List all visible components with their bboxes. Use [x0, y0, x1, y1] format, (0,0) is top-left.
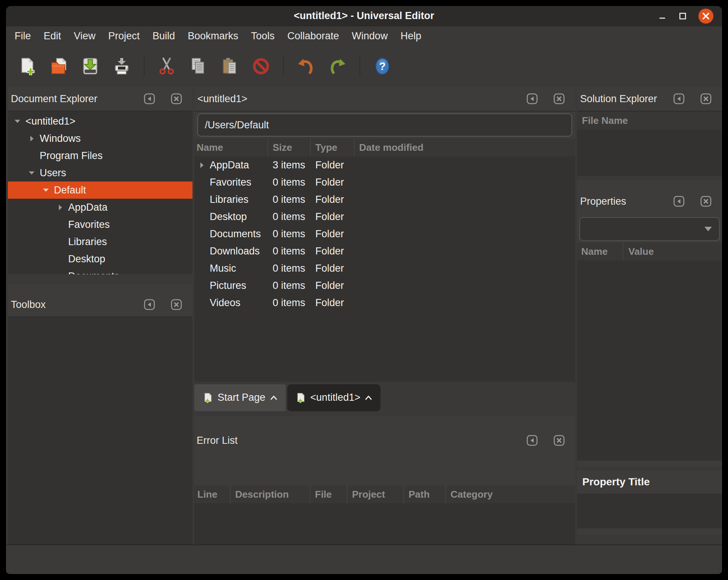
- undo-button[interactable]: [297, 57, 315, 76]
- close-panel-button[interactable]: [171, 299, 182, 310]
- tree-item-label: Desktop: [68, 253, 105, 265]
- file-name-cell: Libraries: [210, 194, 249, 205]
- file-row-favorites[interactable]: Favorites 0 items Folder: [194, 174, 575, 191]
- column-header-path[interactable]: Path: [404, 485, 446, 503]
- titlebar[interactable]: <untitled1> - Universal Editor: [6, 6, 722, 26]
- menu-project[interactable]: Project: [102, 30, 146, 42]
- collapse-left-icon: [144, 93, 155, 104]
- column-header-file[interactable]: File: [310, 485, 348, 503]
- chevron-expanded-icon[interactable]: [41, 185, 51, 195]
- close-panel-button[interactable]: [171, 93, 182, 104]
- cut-button[interactable]: [157, 57, 176, 76]
- maximize-button[interactable]: [678, 11, 688, 21]
- tree-item-users[interactable]: Users: [8, 164, 192, 181]
- close-panel-button[interactable]: [553, 435, 565, 446]
- column-header-project[interactable]: Project: [348, 485, 404, 503]
- column-header-size[interactable]: Size: [268, 138, 311, 156]
- chevron-collapsed-icon[interactable]: [55, 202, 65, 212]
- close-panel-button[interactable]: [700, 93, 712, 104]
- open-button[interactable]: [49, 57, 68, 76]
- menu-edit[interactable]: Edit: [37, 30, 68, 42]
- collapse-panel-button[interactable]: [144, 93, 155, 104]
- copy-button[interactable]: [189, 57, 207, 76]
- file-row-documents[interactable]: Documents 0 items Folder: [194, 225, 575, 242]
- chevron-expanded-icon[interactable]: [27, 168, 36, 178]
- column-header-file-name[interactable]: File Name: [577, 112, 722, 129]
- file-type-cell: Folder: [311, 263, 355, 274]
- tree-item-favorites[interactable]: Favorites: [8, 216, 192, 233]
- properties-panel: Properties: [577, 180, 722, 467]
- tree-item-documents[interactable]: Documents: [8, 268, 192, 274]
- file-row-libraries[interactable]: Libraries 0 items Folder: [194, 191, 575, 208]
- chevron-up-icon[interactable]: [365, 395, 372, 400]
- chevron-up-icon[interactable]: [270, 395, 277, 400]
- column-header-date-modified[interactable]: Date modified: [355, 138, 575, 156]
- file-name-cell: AppData: [210, 159, 249, 171]
- file-row-downloads[interactable]: Downloads 0 items Folder: [194, 242, 575, 260]
- panel-footer: [577, 461, 722, 467]
- menu-build[interactable]: Build: [146, 30, 181, 42]
- menu-view[interactable]: View: [67, 30, 102, 42]
- solution-explorer-content: [577, 129, 722, 176]
- file-row-music[interactable]: Music 0 items Folder: [194, 260, 575, 277]
- stop-icon: [252, 57, 270, 75]
- file-row-videos[interactable]: Videos 0 items Folder: [194, 294, 575, 311]
- close-panel-button[interactable]: [700, 196, 712, 207]
- column-header-type[interactable]: Type: [311, 138, 355, 156]
- properties-object-dropdown[interactable]: [579, 217, 720, 241]
- menu-file[interactable]: File: [8, 30, 37, 42]
- status-bar: [6, 544, 722, 574]
- chevron-collapsed-icon[interactable]: [197, 160, 206, 170]
- new-document-button[interactable]: [18, 57, 37, 76]
- toolbox-panel: Toolbox: [8, 284, 192, 544]
- menu-tools[interactable]: Tools: [245, 30, 281, 42]
- tree-item-default-selected[interactable]: Default: [8, 181, 192, 199]
- toolbar: ?: [6, 46, 722, 87]
- undo-icon: [297, 57, 315, 75]
- app-window: <untitled1> - Universal Editor File Edit…: [6, 6, 722, 574]
- menu-bookmarks[interactable]: Bookmarks: [181, 30, 245, 42]
- minimize-button[interactable]: [658, 11, 667, 21]
- file-name-cell: Pictures: [210, 280, 246, 291]
- file-row-pictures[interactable]: Pictures 0 items Folder: [194, 277, 575, 294]
- redo-button[interactable]: [328, 57, 347, 76]
- properties-table-header: Name Value: [577, 242, 722, 260]
- path-input[interactable]: /Users/Default: [197, 113, 572, 137]
- file-row-appdata[interactable]: AppData 3 items Folder: [194, 156, 575, 174]
- tree-item-appdata[interactable]: AppData: [8, 199, 192, 216]
- svg-text:?: ?: [379, 60, 386, 72]
- print-button[interactable]: [112, 57, 131, 76]
- chevron-expanded-icon[interactable]: [12, 116, 22, 126]
- close-window-button[interactable]: [698, 8, 714, 24]
- paste-button[interactable]: [220, 57, 239, 76]
- menu-collaborate[interactable]: Collaborate: [281, 30, 345, 42]
- column-header-category[interactable]: Category: [446, 485, 575, 503]
- collapse-panel-button[interactable]: [527, 93, 538, 104]
- column-header-name[interactable]: Name: [577, 242, 624, 260]
- save-button[interactable]: [81, 57, 100, 76]
- tree-item-program-files[interactable]: Program Files: [8, 147, 192, 164]
- tab-untitled1[interactable]: <untitled1>: [287, 384, 381, 411]
- chevron-collapsed-icon[interactable]: [27, 134, 36, 143]
- help-button[interactable]: ?: [373, 57, 392, 76]
- tab-start-page[interactable]: Start Page: [194, 384, 286, 411]
- collapse-panel-button[interactable]: [673, 196, 685, 207]
- column-header-value[interactable]: Value: [624, 242, 722, 260]
- tree-item-libraries[interactable]: Libraries: [8, 233, 192, 250]
- tree-item-untitled1[interactable]: <untitled1>: [8, 113, 192, 130]
- close-panel-button[interactable]: [553, 93, 565, 104]
- column-header-description[interactable]: Description: [231, 485, 310, 503]
- column-header-line[interactable]: Line: [194, 485, 231, 503]
- menu-window[interactable]: Window: [345, 30, 394, 42]
- column-header-name[interactable]: Name: [194, 138, 268, 156]
- collapse-panel-button[interactable]: [527, 435, 538, 446]
- solution-explorer-panel: Solution Explorer File Name: [577, 87, 722, 176]
- file-row-desktop[interactable]: Desktop 0 items Folder: [194, 208, 575, 225]
- menu-help[interactable]: Help: [394, 30, 428, 42]
- stop-button[interactable]: [252, 57, 270, 76]
- panel-title: <untitled1>: [197, 93, 248, 105]
- collapse-panel-button[interactable]: [144, 299, 155, 310]
- collapse-panel-button[interactable]: [673, 93, 685, 104]
- tree-item-desktop[interactable]: Desktop: [8, 250, 192, 268]
- tree-item-windows[interactable]: Windows: [8, 130, 192, 147]
